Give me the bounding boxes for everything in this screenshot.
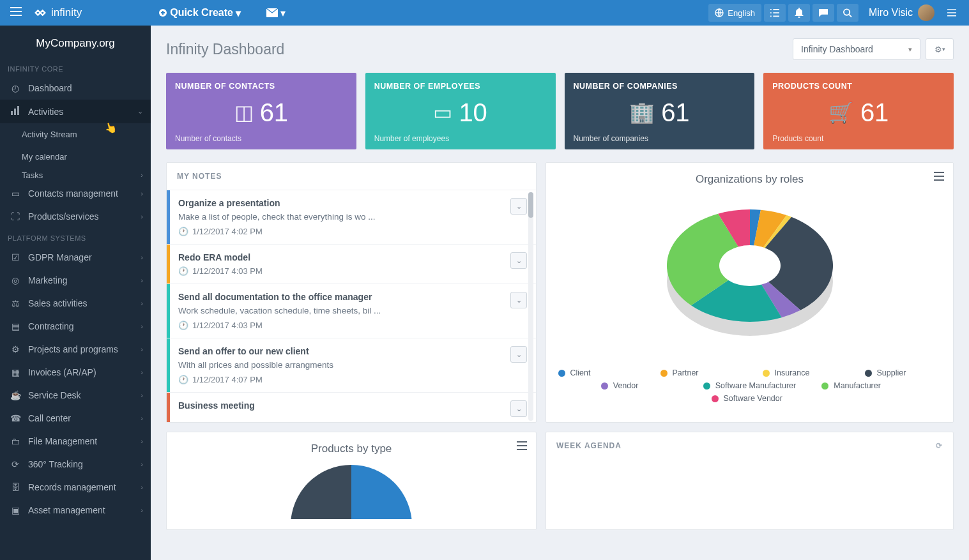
note-item[interactable]: Business meeting ⌄ — [167, 392, 536, 422]
language-button[interactable]: English — [708, 4, 761, 22]
products-icon: ⛶ — [8, 211, 23, 222]
sidebar-item-sales[interactable]: ⚖Sales activities› — [0, 292, 151, 315]
company-name[interactable]: MyCompany.org — [0, 26, 151, 59]
legend-item[interactable]: Software Vendor — [712, 394, 788, 403]
sidebar-item-marketing[interactable]: ◎Marketing› — [0, 269, 151, 292]
tracking-icon: ⟳ — [8, 459, 23, 469]
chevron-right-icon: › — [141, 460, 143, 468]
clock-icon: 🕐 — [178, 227, 188, 236]
sidebar-section-platform: PLATFORM SYSTEMS — [0, 228, 151, 246]
note-expand-button[interactable]: ⌄ — [510, 400, 527, 417]
sales-icon: ⚖ — [8, 298, 23, 308]
chevron-right-icon: › — [141, 345, 143, 353]
note-time: 🕐1/12/2017 4:02 PM — [178, 227, 526, 236]
gdpr-icon: ☑ — [8, 252, 23, 262]
legend-item[interactable]: Client — [558, 368, 635, 377]
svg-rect-6 — [17, 106, 19, 115]
note-expand-button[interactable]: ⌄ — [510, 252, 527, 269]
chevron-right-icon: › — [141, 437, 143, 445]
note-item[interactable]: Redo ERA model 🕐1/12/2017 4:03 PM ⌄ — [167, 244, 536, 284]
sidebar-sub-tasks[interactable]: Tasks› — [0, 168, 151, 182]
clock-icon: 🕐 — [178, 266, 188, 276]
note-item[interactable]: Send an offer to our new client With all… — [167, 338, 536, 392]
brand-logo[interactable]: infinity — [33, 6, 82, 20]
gear-icon: ⚙ — [935, 45, 942, 54]
note-expand-button[interactable]: ⌄ — [510, 292, 527, 308]
chevron-down-icon: ▾ — [942, 46, 945, 52]
user-menu[interactable]: Miro Visic — [861, 4, 938, 21]
invoice-icon: ▦ — [8, 367, 23, 377]
tile-companies[interactable]: NUMBER OF COMPANIES 🏢61 Number of compan… — [565, 73, 755, 149]
sidebar-sub-activity-stream[interactable]: Activity Stream — [0, 123, 151, 146]
note-item[interactable]: Send all documentation to the office man… — [167, 284, 536, 338]
sidebar-item-invoices[interactable]: ▦Invoices (AR/AP)› — [0, 361, 151, 384]
chart-menu-icon[interactable] — [517, 441, 527, 453]
note-title: Redo ERA model — [178, 252, 526, 262]
sidebar-item-assets[interactable]: ▣Asset management› — [0, 499, 151, 522]
sidebar-item-records[interactable]: 🗄Records management› — [0, 476, 151, 499]
mail-button[interactable]: ▾ — [266, 7, 286, 19]
note-desc: Work schedule, vacation schedule, time s… — [178, 306, 526, 315]
list-icon[interactable] — [764, 4, 786, 22]
note-expand-button[interactable]: ⌄ — [510, 198, 527, 215]
sidebar-item-contacts[interactable]: ▭ Contacts management › — [0, 182, 151, 205]
sidebar-item-activities[interactable]: Activities ⌄ — [0, 100, 151, 123]
chart-menu-icon[interactable] — [934, 172, 944, 183]
note-title: Send an offer to our new client — [178, 346, 526, 356]
main-content: Infinity Dashboard Infinity Dashboard ⚙ … — [151, 26, 969, 560]
legend-item[interactable]: Insurance — [763, 368, 839, 377]
sidebar-item-360[interactable]: ⟳360° Tracking› — [0, 453, 151, 476]
legend-item[interactable]: Software Manufacturer — [703, 381, 796, 390]
settings-menu-icon[interactable] — [941, 4, 963, 22]
chevron-down-icon: ▾ — [280, 7, 286, 19]
cart-icon: 🛒 — [828, 100, 854, 125]
sidebar-item-call-center[interactable]: ☎Call center› — [0, 407, 151, 430]
chevron-right-icon: › — [141, 483, 143, 491]
sidebar-item-dashboard[interactable]: ◴ Dashboard — [0, 77, 151, 100]
legend-item[interactable]: Manufacturer — [821, 381, 898, 390]
chart-title: Organizations by roles — [556, 173, 943, 186]
legend-item[interactable]: Partner — [660, 368, 737, 377]
sidebar-item-products[interactable]: ⛶ Products/services › — [0, 205, 151, 228]
scrollbar[interactable] — [528, 192, 535, 421]
products-pie-chart — [275, 462, 428, 519]
chevron-right-icon: › — [141, 322, 143, 330]
refresh-icon[interactable]: ⟳ — [936, 441, 943, 450]
panel-week-agenda: WEEK AGENDA ⟳ — [546, 432, 954, 530]
svg-point-3 — [844, 9, 850, 15]
target-icon: ◎ — [8, 275, 23, 285]
clock-icon: 🕐 — [178, 321, 188, 330]
sidebar-sub-my-calendar[interactable]: My calendar — [0, 146, 151, 168]
tile-products[interactable]: PRODUCTS COUNT 🛒61 Products count — [763, 73, 954, 149]
note-expand-button[interactable]: ⌄ — [510, 346, 527, 363]
chevron-down-icon: ▾ — [236, 7, 241, 19]
legend-dot — [660, 370, 668, 377]
sidebar-item-service-desk[interactable]: ☕Service Desk› — [0, 384, 151, 407]
legend-item[interactable]: Vendor — [601, 381, 678, 390]
legend-item[interactable]: Supplier — [865, 368, 942, 377]
folder-icon: 🗀 — [8, 436, 23, 446]
note-item[interactable]: Organize a presentation Make a list of p… — [167, 190, 536, 244]
chat-icon[interactable] — [813, 4, 834, 22]
chevron-right-icon: › — [141, 190, 143, 197]
note-time: 🕐1/12/2017 4:03 PM — [178, 266, 526, 276]
note-color-bar — [167, 338, 170, 392]
note-time: 🕐1/12/2017 4:03 PM — [178, 321, 526, 330]
sidebar-toggle-icon[interactable] — [6, 3, 26, 22]
tile-employees[interactable]: NUMBER OF EMPLOYEES ▭10 Number of employ… — [365, 73, 556, 149]
legend-dot — [821, 382, 828, 390]
panel-orgs-chart: Organizations by roles ClientPartnerInsu… — [546, 162, 954, 423]
note-color-bar — [167, 393, 170, 422]
sidebar-item-projects[interactable]: ⚙Projects and programs› — [0, 338, 151, 361]
sidebar-item-file-mgmt[interactable]: 🗀File Management› — [0, 430, 151, 453]
bell-icon[interactable] — [788, 4, 810, 22]
sidebar-item-gdpr[interactable]: ☑GDPR Manager› — [0, 246, 151, 269]
panel-my-notes: MY NOTES Organize a presentation Make a … — [166, 162, 537, 423]
quick-create-button[interactable]: Quick Create ▾ — [158, 7, 241, 19]
dashboard-settings-button[interactable]: ⚙ ▾ — [926, 38, 954, 60]
sidebar-item-contracting[interactable]: ▤Contracting› — [0, 315, 151, 338]
search-icon[interactable] — [837, 4, 858, 22]
sidebar: MyCompany.org INFINITY CORE ◴ Dashboard … — [0, 26, 151, 560]
dashboard-selector[interactable]: Infinity Dashboard — [793, 38, 920, 60]
tile-contacts[interactable]: NUMBER OF CONTACTS ◫61 Number of contact… — [166, 73, 356, 149]
